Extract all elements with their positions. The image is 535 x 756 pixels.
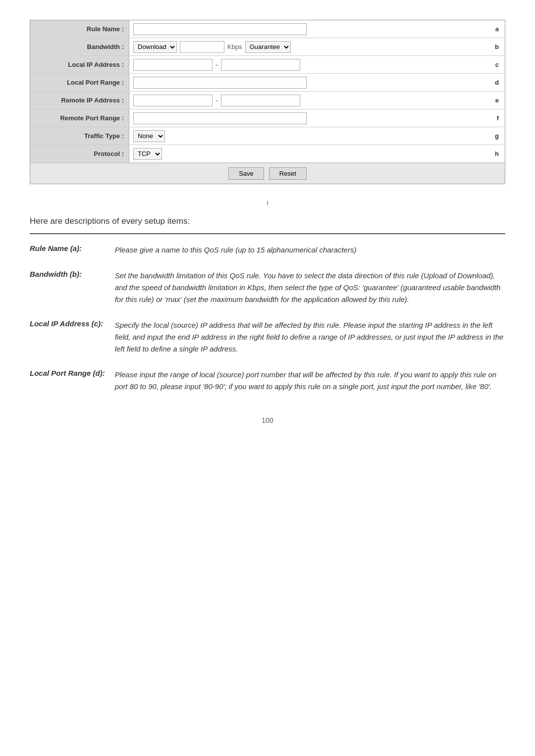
local-port-letter: d [495, 79, 501, 86]
desc-row: Rule Name (a):Please give a name to this… [30, 244, 505, 270]
remote-ip-start-input[interactable] [133, 95, 213, 106]
remote-port-letter: f [497, 114, 501, 122]
traffic-type-content: NoneVoIPVideoData g [129, 128, 505, 144]
rule-name-row: Rule Name : a [30, 20, 505, 38]
rule-name-letter: a [495, 25, 501, 33]
bandwidth-row: Bandwidth : DownloadUpload Kbps Guarante… [30, 38, 505, 56]
local-ip-end-input[interactable] [221, 59, 300, 71]
remote-port-label: Remote Port Range : [30, 109, 129, 127]
desc-header: Here are descriptions of every setup ite… [30, 216, 505, 226]
protocol-label: Protocol : [30, 145, 129, 162]
desc-row: Local IP Address (c):Specify the local (… [30, 319, 505, 369]
remote-ip-letter: e [495, 97, 501, 104]
desc-text: Set the bandwidth limitation of this QoS… [115, 270, 505, 319]
desc-row: Bandwidth (b):Set the bandwidth limitati… [30, 270, 505, 319]
local-ip-dash: - [215, 61, 218, 69]
bandwidth-value-input[interactable] [180, 41, 224, 53]
desc-divider [30, 233, 505, 234]
remote-port-content: f [129, 110, 505, 126]
desc-term: Bandwidth (b): [30, 270, 115, 319]
local-ip-content: - c [129, 57, 505, 73]
traffic-type-label: Traffic Type : [30, 127, 129, 145]
remote-ip-label: Remote IP Address : [30, 92, 129, 109]
desc-term: Local Port Range (d): [30, 369, 115, 406]
reset-button[interactable]: Reset [269, 167, 307, 180]
bandwidth-direction-select[interactable]: DownloadUpload [133, 41, 177, 53]
desc-text: Please give a name to this QoS rule (up … [115, 244, 505, 270]
rule-name-content: a [129, 21, 505, 37]
local-ip-label: Local IP Address : [30, 56, 129, 73]
protocol-row: Protocol : TCPUDPBoth h [30, 145, 505, 163]
protocol-content: TCPUDPBoth h [129, 146, 505, 162]
save-button[interactable]: Save [228, 167, 264, 180]
local-ip-row: Local IP Address : - c [30, 56, 505, 74]
bandwidth-label: Bandwidth : [30, 38, 129, 55]
remote-ip-end-input[interactable] [221, 95, 300, 106]
traffic-type-select[interactable]: NoneVoIPVideoData [133, 130, 165, 142]
desc-text: Specify the local (source) IP address th… [115, 319, 505, 369]
rule-name-label: Rule Name : [30, 20, 129, 38]
remote-ip-content: - e [129, 93, 505, 108]
bandwidth-letter: b [495, 43, 501, 50]
rule-name-input[interactable] [133, 23, 307, 35]
local-port-label: Local Port Range : [30, 74, 129, 91]
page-number: 100 [30, 416, 505, 424]
desc-row: Local Port Range (d):Please input the ra… [30, 369, 505, 406]
index-i-label: i [30, 199, 505, 206]
remote-ip-dash: - [215, 97, 218, 104]
desc-term: Local IP Address (c): [30, 319, 115, 369]
local-ip-letter: c [495, 61, 501, 68]
kbps-label: Kbps [227, 43, 242, 50]
traffic-type-letter: g [495, 132, 501, 140]
remote-port-row: Remote Port Range : f [30, 109, 505, 127]
local-port-row: Local Port Range : d [30, 74, 505, 92]
traffic-type-row: Traffic Type : NoneVoIPVideoData g [30, 127, 505, 145]
remote-ip-row: Remote IP Address : - e [30, 92, 505, 109]
desc-term: Rule Name (a): [30, 244, 115, 270]
bandwidth-content: DownloadUpload Kbps GuaranteeMax b [129, 39, 505, 55]
protocol-letter: h [495, 150, 501, 157]
desc-text: Please input the range of local (source)… [115, 369, 505, 406]
local-ip-start-input[interactable] [133, 59, 213, 71]
qos-form: Rule Name : a Bandwidth : DownloadUpload… [30, 20, 505, 184]
local-port-input[interactable] [133, 77, 307, 89]
descriptions-table: Rule Name (a):Please give a name to this… [30, 244, 505, 406]
remote-port-input[interactable] [133, 112, 307, 124]
local-port-content: d [129, 75, 505, 91]
protocol-select[interactable]: TCPUDPBoth [133, 148, 162, 160]
form-buttons-row: Save Reset [30, 163, 505, 184]
bandwidth-qos-select[interactable]: GuaranteeMax [245, 41, 291, 53]
